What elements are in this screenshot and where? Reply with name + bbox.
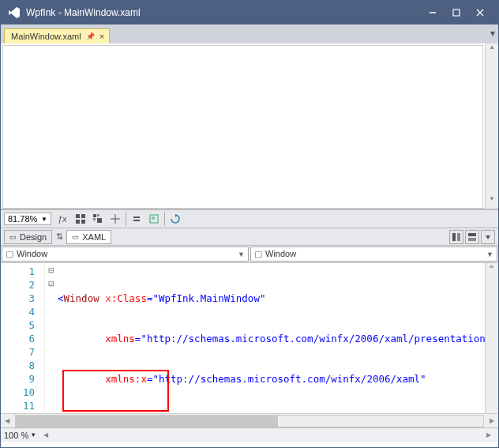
refresh-button[interactable] (168, 212, 182, 226)
line-number: 9 (4, 372, 35, 386)
svg-rect-9 (97, 214, 99, 216)
breadcrumb-label: Window (17, 249, 47, 258)
collapse-pane-button[interactable] (481, 230, 495, 244)
svg-rect-19 (452, 233, 456, 241)
tab-overflow-icon[interactable]: ▾ (490, 28, 495, 39)
fold-box-icon[interactable]: ⊟ (45, 277, 58, 290)
effects-button[interactable]: ƒx (54, 214, 70, 224)
code-line: xmlns:d="http://schemas.microsoft.com/ex… (58, 412, 485, 413)
chevron-down-icon: ▼ (486, 250, 493, 258)
editor-zoom-combo[interactable]: 100 % ▼ (4, 431, 36, 440)
designer-toolbar: 81.78% ▼ ƒx (1, 209, 498, 228)
pane-tab-label: XAML (82, 232, 106, 242)
line-number: 11 (4, 399, 35, 412)
zoom-combo[interactable]: 81.78% ▼ (4, 213, 51, 225)
design-surface[interactable] (2, 45, 483, 209)
svg-rect-21 (468, 233, 476, 236)
line-number: 10 (4, 386, 35, 399)
toolbar-divider (126, 212, 126, 226)
code-button[interactable] (147, 212, 161, 226)
svg-rect-10 (93, 218, 96, 220)
window-title: WpfInk - MainWindow.xaml (26, 7, 421, 18)
editor-horizontal-scrollbar[interactable]: ◀ ▶ (1, 413, 498, 427)
pane-tab-xaml[interactable]: ▭ XAML (66, 230, 111, 244)
vertical-split-button[interactable] (449, 230, 463, 244)
tab-label: MainWindow.xaml (11, 32, 81, 41)
svg-rect-14 (133, 216, 140, 218)
swap-panes-icon[interactable]: ⇅ (52, 230, 66, 244)
line-number: 1 (4, 265, 35, 278)
svg-rect-15 (133, 220, 140, 221)
fold-column[interactable]: ⊟ ⊟ (45, 263, 58, 413)
tab-close-icon[interactable]: × (99, 32, 104, 41)
scroll-up-icon[interactable]: ▲ (486, 43, 498, 57)
minimize-button[interactable] (421, 4, 445, 21)
svg-rect-5 (81, 214, 85, 218)
cube-icon: ▢ (254, 249, 262, 258)
status-bar: 100 % ▼ ◀ ▶ (1, 427, 498, 442)
zoom-value: 81.78% (8, 214, 37, 224)
element-breadcrumb: ▢Window ▼ ▢Window ▼ (1, 246, 498, 263)
scroll-right-icon[interactable]: ▶ (482, 431, 495, 439)
chevron-down-icon: ▼ (238, 250, 245, 258)
grid-view-button[interactable] (73, 212, 88, 226)
svg-rect-22 (468, 238, 476, 241)
line-number: 6 (4, 332, 35, 345)
toolbar-divider (164, 212, 165, 226)
scrollbar-track[interactable] (15, 415, 484, 427)
editor-vertical-scrollbar[interactable]: ≡ (485, 263, 498, 413)
horizontal-split-button[interactable] (465, 230, 479, 244)
snaplines-button[interactable] (108, 212, 122, 226)
code-editor[interactable]: 1 2 3 4 5 6 7 8 9 10 11 ⊟ ⊟ <Window x:Cl… (1, 263, 498, 413)
cube-icon: ▢ (6, 249, 13, 258)
chevron-down-icon: ▼ (30, 431, 36, 439)
maximize-button[interactable] (445, 4, 468, 21)
tab-strip: MainWindow.xaml 📌 × ▾ (1, 24, 498, 43)
svg-rect-8 (93, 214, 96, 217)
svg-rect-1 (453, 9, 460, 16)
code-line: xmlns="http://schemas.microsoft.com/winf… (58, 332, 485, 345)
pane-tab-design[interactable]: ▭ Design (4, 230, 52, 244)
pin-icon[interactable]: 📌 (86, 32, 95, 40)
scroll-left-icon[interactable]: ◀ (1, 417, 13, 424)
breadcrumb-label: Window (265, 249, 296, 258)
line-number: 5 (4, 318, 35, 332)
window-controls (421, 4, 492, 21)
titlebar: WpfInk - MainWindow.xaml (1, 1, 498, 24)
editor-zoom-value: 100 % (4, 431, 28, 440)
design-pane: ▲ ▼ (1, 43, 498, 209)
pane-tab-label: Design (20, 232, 47, 242)
close-button[interactable] (468, 4, 492, 21)
line-number: 3 (4, 292, 35, 305)
scroll-left-icon[interactable]: ◀ (39, 431, 52, 439)
pane-icon: ▭ (72, 233, 79, 241)
snap-grid-button[interactable] (91, 212, 105, 226)
code-line: <Window x:Class="WpfInk.MainWindow" (58, 292, 485, 305)
line-number-gutter: 1 2 3 4 5 6 7 8 9 10 11 (1, 263, 45, 413)
pane-icon: ▭ (9, 233, 17, 241)
scroll-right-icon[interactable]: ▶ (486, 417, 498, 424)
line-number: 7 (4, 345, 35, 359)
line-number: 8 (4, 359, 35, 372)
design-vertical-scrollbar[interactable]: ▲ ▼ (485, 43, 498, 209)
scroll-down-icon[interactable]: ▼ (486, 195, 498, 209)
pane-tab-bar: ▭ Design ⇅ ▭ XAML (1, 228, 498, 246)
svg-rect-6 (76, 220, 80, 224)
scrollbar-thumb[interactable] (16, 416, 278, 427)
line-number: 4 (4, 305, 35, 318)
split-handle-icon[interactable]: ≡ (486, 263, 498, 277)
svg-rect-20 (457, 233, 460, 241)
fold-box-icon[interactable]: ⊟ (45, 263, 58, 277)
svg-rect-7 (81, 220, 85, 224)
code-line: xmlns:x="http://schemas.microsoft.com/wi… (58, 372, 485, 386)
code-content[interactable]: <Window x:Class="WpfInk.MainWindow" xmln… (58, 263, 485, 413)
vs-logo-icon (7, 6, 21, 20)
breadcrumb-scope[interactable]: ▢Window ▼ (2, 247, 249, 262)
svg-rect-4 (76, 214, 80, 218)
svg-rect-11 (97, 218, 102, 223)
chevron-down-icon: ▼ (41, 216, 47, 223)
settings-button[interactable] (129, 212, 144, 226)
breadcrumb-member[interactable]: ▢Window ▼ (250, 247, 497, 262)
line-number: 2 (4, 278, 35, 292)
document-tab[interactable]: MainWindow.xaml 📌 × (4, 28, 110, 43)
